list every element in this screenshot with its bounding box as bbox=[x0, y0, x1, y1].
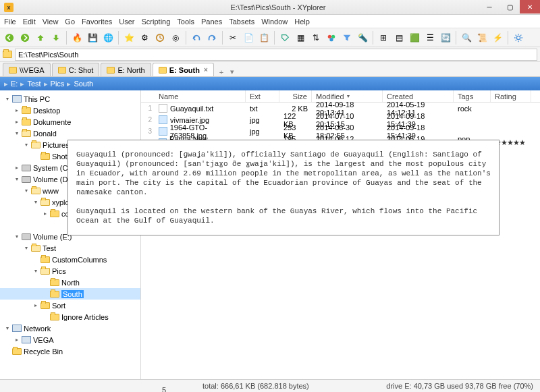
tab[interactable]: E: North bbox=[101, 63, 151, 76]
col-tags[interactable]: Tags bbox=[454, 90, 491, 102]
minimize-button[interactable]: ─ bbox=[479, 0, 500, 13]
forward-button[interactable] bbox=[18, 31, 32, 45]
menu-tools[interactable]: Tools bbox=[177, 18, 194, 26]
tree-item[interactable]: ▾Pics bbox=[0, 265, 140, 277]
menu-window[interactable]: Window bbox=[261, 18, 288, 26]
maximize-button[interactable]: ▢ bbox=[500, 0, 520, 13]
menu-tabsets[interactable]: Tabsets bbox=[229, 18, 254, 26]
tree-twisty-icon[interactable]: ▾ bbox=[14, 233, 20, 240]
menu-scripting[interactable]: Scripting bbox=[142, 18, 171, 26]
tree-twisty-icon[interactable]: ▸ bbox=[14, 165, 20, 171]
tree-twisty-icon[interactable]: ▸ bbox=[14, 107, 20, 113]
power-button[interactable]: ⚡ bbox=[491, 31, 504, 45]
script-button[interactable]: 📜 bbox=[475, 31, 489, 45]
tree-twisty-icon[interactable]: ▾ bbox=[14, 176, 20, 182]
tree-item[interactable]: South bbox=[0, 288, 140, 300]
tree-twisty-icon[interactable]: ▸ bbox=[42, 211, 48, 217]
tree-twisty-icon[interactable]: ▾ bbox=[32, 199, 38, 205]
tree-twisty-icon[interactable] bbox=[32, 256, 38, 262]
sync-button[interactable]: 🔄 bbox=[439, 31, 452, 45]
special-button[interactable]: ⚙ bbox=[138, 31, 151, 45]
favorites-button[interactable]: ⭐ bbox=[122, 31, 136, 45]
col-rating[interactable]: Rating bbox=[491, 90, 531, 102]
tab[interactable]: \\VEGA bbox=[3, 63, 51, 76]
tree-twisty-icon[interactable] bbox=[42, 291, 48, 297]
settings-button[interactable] bbox=[512, 31, 525, 45]
tree-twisty-icon[interactable]: ▾ bbox=[23, 142, 29, 148]
tree-item[interactable]: ▾Donald bbox=[0, 128, 140, 139]
col-name[interactable]: Name bbox=[155, 90, 246, 102]
menu-view[interactable]: View bbox=[43, 18, 59, 26]
address-input[interactable] bbox=[15, 49, 537, 61]
tree-twisty-icon[interactable]: ▸ bbox=[14, 119, 20, 125]
tree-twisty-icon[interactable]: ▾ bbox=[4, 325, 10, 331]
tree-twisty-icon[interactable]: ▾ bbox=[14, 130, 20, 136]
tree-item[interactable]: ▾Network bbox=[0, 323, 140, 334]
up-button[interactable] bbox=[34, 31, 47, 45]
torch-button[interactable]: 🔦 bbox=[356, 31, 369, 45]
new-tab-button[interactable]: + bbox=[215, 68, 227, 76]
panes-button[interactable]: ⊞ bbox=[377, 31, 390, 45]
menu-go[interactable]: Go bbox=[65, 18, 75, 26]
views-button[interactable]: ▦ bbox=[294, 31, 307, 45]
menu-panes[interactable]: Panes bbox=[201, 18, 222, 26]
find-button[interactable]: 🔍 bbox=[460, 31, 473, 45]
down-button[interactable] bbox=[49, 31, 63, 45]
tab-overflow-button[interactable]: ▾ bbox=[227, 67, 237, 76]
tree-item[interactable]: ▸Desktop bbox=[0, 105, 140, 116]
menu-edit[interactable]: Edit bbox=[23, 18, 36, 26]
paste-button[interactable]: 📋 bbox=[257, 31, 271, 45]
tree-item[interactable]: ▸Sort bbox=[0, 300, 140, 311]
sort-button[interactable]: ⇅ bbox=[309, 31, 323, 45]
tree-twisty-icon[interactable]: ▾ bbox=[4, 96, 10, 102]
apps-button[interactable]: 🟩 bbox=[408, 31, 421, 45]
tree-twisty-icon[interactable] bbox=[4, 348, 10, 354]
menu-favorites[interactable]: Favorites bbox=[82, 18, 112, 26]
color-button[interactable] bbox=[325, 31, 338, 45]
menu-user[interactable]: User bbox=[119, 18, 134, 26]
browse-button[interactable]: 🌐 bbox=[101, 31, 115, 45]
tree-twisty-icon[interactable] bbox=[42, 279, 48, 285]
crumb[interactable]: South bbox=[74, 80, 93, 88]
close-button[interactable]: ✕ bbox=[520, 0, 540, 13]
redo-button[interactable] bbox=[205, 31, 219, 45]
tree-item[interactable]: ▸Dokumente bbox=[0, 116, 140, 128]
close-icon[interactable]: × bbox=[204, 66, 208, 74]
tree-twisty-icon[interactable]: ▾ bbox=[32, 268, 38, 274]
hotlist-button[interactable]: 🔥 bbox=[70, 31, 84, 45]
crumb[interactable]: Test bbox=[27, 80, 40, 88]
tree-item[interactable]: North bbox=[0, 277, 140, 288]
list-button[interactable]: ☰ bbox=[423, 31, 437, 45]
history-button[interactable] bbox=[153, 31, 167, 45]
tab[interactable]: E: South× bbox=[153, 63, 214, 76]
drives-button[interactable]: 💾 bbox=[86, 31, 99, 45]
crumb[interactable]: E: bbox=[11, 80, 18, 88]
tree-item[interactable]: Recycle Bin bbox=[0, 345, 140, 357]
target-button[interactable]: ◎ bbox=[169, 31, 182, 45]
tree-item[interactable]: ▾This PC bbox=[0, 93, 140, 105]
preview-button[interactable]: ▤ bbox=[392, 31, 406, 45]
tree-item[interactable]: Ignore Articles bbox=[0, 311, 140, 323]
undo-button[interactable] bbox=[190, 31, 203, 45]
menu-file[interactable]: File bbox=[4, 18, 16, 26]
tag-button[interactable] bbox=[278, 31, 292, 45]
col-ext[interactable]: Ext bbox=[246, 90, 279, 102]
col-size[interactable]: Size bbox=[279, 90, 312, 102]
tab[interactable]: C: Shot bbox=[52, 63, 100, 76]
tree-twisty-icon[interactable]: ▾ bbox=[23, 245, 29, 251]
back-button[interactable] bbox=[3, 31, 16, 45]
copy-button[interactable]: 📄 bbox=[242, 31, 255, 45]
tree-twisty-icon[interactable]: ▾ bbox=[23, 188, 29, 194]
tree-twisty-icon[interactable] bbox=[32, 153, 38, 159]
tree-twisty-icon[interactable]: ▸ bbox=[32, 302, 38, 308]
tree-item[interactable]: ▾Test bbox=[0, 242, 140, 254]
tree-twisty-icon[interactable]: ▸ bbox=[14, 337, 20, 343]
tree-twisty-icon[interactable] bbox=[4, 222, 10, 228]
menu-help[interactable]: Help bbox=[294, 18, 310, 26]
crumb[interactable]: Pics bbox=[51, 80, 65, 88]
cut-button[interactable]: ✂ bbox=[226, 31, 240, 45]
tree-item[interactable]: ▸VEGA bbox=[0, 334, 140, 345]
filter-button[interactable] bbox=[340, 31, 354, 45]
tree-item[interactable]: CustomColumns bbox=[0, 254, 140, 265]
tree-twisty-icon[interactable] bbox=[42, 314, 48, 320]
